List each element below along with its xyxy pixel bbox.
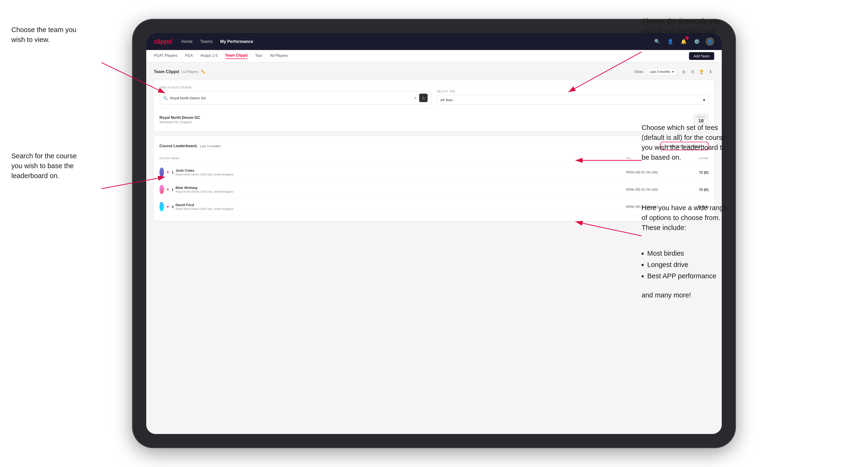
avatar-3 <box>159 202 164 211</box>
rank-col-2: ♥ 1 <box>159 185 174 194</box>
notification-badge <box>685 36 689 40</box>
table-row: ♥ 1 Josh Coles Royal North Devon Golf Cl… <box>159 164 709 181</box>
subnav: PGAT Players PGA Hcaps 1-5 Team Clippd T… <box>146 50 722 62</box>
find-course-label: Find a Golf Course <box>159 86 431 89</box>
annotation-middle-left: Search for the courseyou wish to base th… <box>11 151 76 181</box>
table-row: ♥ 1 Blair McHarg Royal North Devon Golf … <box>159 181 709 198</box>
player-name-2: Blair McHarg <box>176 186 626 190</box>
course-search-input[interactable] <box>170 96 411 100</box>
player-info-3: David Ford Royal North Devon Golf Club, … <box>174 203 626 211</box>
player-name-3: David Ford <box>176 203 626 207</box>
annotation-and-more: and many more! <box>642 290 691 300</box>
show-value: Last 3 months <box>650 70 670 73</box>
team-player-count: | 14 Players <box>181 70 198 73</box>
tee-select-value: All Tees <box>440 98 701 102</box>
course-search-wrapper: 🔍 ✕ ☆ <box>159 91 431 105</box>
favorite-icon-1[interactable]: ♥ <box>167 170 168 174</box>
tee-select-dropdown[interactable]: All Tees ▾ <box>437 95 709 105</box>
player-name-1: Josh Coles <box>176 168 626 173</box>
download-btn[interactable]: ⬇ <box>707 68 714 75</box>
nav-home[interactable]: Home <box>181 39 192 44</box>
annotation-top-right: Choose the timescale youwish to see the … <box>642 16 720 36</box>
trophy-view-btn[interactable]: 🏆 <box>698 68 705 75</box>
team-title: Team Clippd <box>154 69 179 74</box>
rank-number-1: 1 <box>172 170 174 174</box>
show-controls: Show: Last 3 months ▾ ⊞ ☰ 🏆 ⬇ <box>634 68 714 75</box>
nav-links: Home Teams My Performance <box>181 39 644 44</box>
player-score-1: 72 (E) <box>673 170 709 174</box>
avatar-img-1 <box>159 167 164 177</box>
annotation-right-tee: Choose which set of tees(default is all)… <box>642 123 726 162</box>
team-header: Team Clippd | 14 Players ✏️ Show: Last 3… <box>154 68 714 75</box>
nav-teams[interactable]: Teams <box>200 39 213 44</box>
subnav-hcaps[interactable]: Hcaps 1-5 <box>200 54 218 59</box>
nav-icons: 🔍 👤 🔔 ⚙️ 👤 <box>653 37 714 46</box>
tablet-screen: clippd Home Teams My Performance 🔍 👤 🔔 ⚙… <box>146 33 722 434</box>
favorite-icon-2[interactable]: ♥ <box>167 187 168 191</box>
show-label: Show: <box>634 70 644 73</box>
player-club-3: Royal North Devon Golf Club, United King… <box>176 207 626 211</box>
list-item-app: Best APP performance <box>647 271 716 281</box>
show-dropdown[interactable]: Last 3 months ▾ <box>647 68 677 75</box>
course-search-col: Find a Golf Course 🔍 ✕ ☆ <box>159 86 431 105</box>
list-item-drive: Longest drive <box>647 260 716 270</box>
player-tee-2: White (M) (6,744 yds) <box>626 187 673 191</box>
annotation-top-left: Choose the team youwish to view. <box>11 25 76 44</box>
rank-number-2: 1 <box>172 187 174 191</box>
favorite-icon-3[interactable]: ♥ <box>167 205 168 209</box>
avatar-img-2 <box>159 185 164 194</box>
annotation-bottom-right-list: Most birdies Longest drive Best APP perf… <box>642 247 716 282</box>
player-tee-1: White (M) (6,744 yds) <box>626 170 673 174</box>
subnav-team-clippd[interactable]: Team Clippd <box>225 53 248 59</box>
course-result-info: Royal North Devon GC Westward Ho!, Engla… <box>159 116 693 124</box>
notifications-btn[interactable]: 🔔 <box>679 37 688 46</box>
player-club-1: Royal North Devon Golf Club, United King… <box>176 173 626 176</box>
player-club-2: Royal North Devon Golf Club, United King… <box>176 190 626 193</box>
chevron-down-icon: ▾ <box>672 70 674 73</box>
player-score-2: 72 (E) <box>673 187 709 191</box>
annotation-bottom-right-title: Here you have a wide rangeof options to … <box>642 203 727 232</box>
col-header-player: PLAYER NAME <box>159 157 626 160</box>
rank-col-1: ♥ 1 <box>159 167 174 177</box>
app-logo: clippd <box>154 38 172 45</box>
search-icon: 🔍 <box>163 96 168 100</box>
course-result: Royal North Devon GC Westward Ho!, Engla… <box>159 108 709 126</box>
tee-chevron-icon: ▾ <box>703 98 705 102</box>
leaderboard-card: Course Leaderboard, Last 3 months Lowest… <box>154 136 714 221</box>
avatar-img-3 <box>159 202 164 211</box>
subnav-pgat-players[interactable]: PGAT Players <box>154 54 177 59</box>
user-avatar-btn[interactable]: 👤 <box>706 37 714 46</box>
search-icon-btn[interactable]: 🔍 <box>653 37 661 46</box>
course-location: Westward Ho!, England <box>159 120 693 124</box>
edit-icon[interactable]: ✏️ <box>201 69 206 74</box>
grid-view-btn[interactable]: ⊞ <box>680 68 687 75</box>
avatar-2 <box>159 185 164 194</box>
view-icons: ⊞ ☰ 🏆 ⬇ <box>680 68 714 75</box>
course-name: Royal North Devon GC <box>159 116 693 120</box>
leaderboard-table-header: PLAYER NAME TEE SCORE <box>159 155 709 162</box>
list-view-btn[interactable]: ☰ <box>689 68 696 75</box>
favorite-btn[interactable]: ☆ <box>419 94 428 102</box>
settings-icon-btn[interactable]: ⚙️ <box>692 37 701 46</box>
holes-label: Holes <box>697 116 705 118</box>
tee-select-col: Select Tee All Tees ▾ <box>437 90 709 105</box>
avatar-1 <box>159 167 164 177</box>
search-row: Find a Golf Course 🔍 ✕ ☆ Select Tee All … <box>159 86 709 105</box>
search-card: Find a Golf Course 🔍 ✕ ☆ Select Tee All … <box>154 80 714 131</box>
subnav-pga[interactable]: PGA <box>185 54 193 59</box>
add-team-button[interactable]: Add Team <box>689 52 714 60</box>
leaderboard-title: Course Leaderboard, Last 3 months <box>159 144 221 148</box>
nav-my-performance[interactable]: My Performance <box>220 39 253 44</box>
player-info-2: Blair McHarg Royal North Devon Golf Club… <box>174 186 626 193</box>
main-content: Team Clippd | 14 Players ✏️ Show: Last 3… <box>146 62 722 434</box>
clear-search-icon[interactable]: ✕ <box>414 96 417 100</box>
rank-col-3: ♥ 3 <box>159 202 174 211</box>
subnav-tour[interactable]: Tour <box>255 54 262 59</box>
player-info-1: Josh Coles Royal North Devon Golf Club, … <box>174 168 626 176</box>
list-item-birdies: Most birdies <box>647 248 716 258</box>
navbar: clippd Home Teams My Performance 🔍 👤 🔔 ⚙… <box>146 33 722 50</box>
users-icon-btn[interactable]: 👤 <box>666 37 675 46</box>
table-row: ♥ 3 David Ford Royal North Devon Golf Cl… <box>159 198 709 215</box>
leaderboard-header: Course Leaderboard, Last 3 months Lowest… <box>159 142 709 150</box>
subnav-all-players[interactable]: All Players <box>270 54 288 59</box>
